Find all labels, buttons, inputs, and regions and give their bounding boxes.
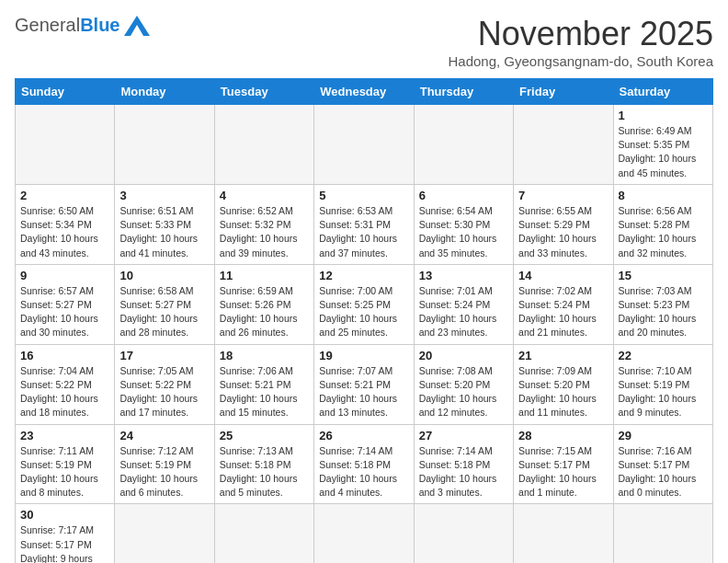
day-info: Sunrise: 6:51 AM Sunset: 5:33 PM Dayligh… [119, 204, 209, 260]
day-info: Sunrise: 6:57 AM Sunset: 5:27 PM Dayligh… [20, 284, 109, 340]
weekday-header-cell: Wednesday [314, 79, 414, 105]
calendar-day-cell: 7Sunrise: 6:55 AM Sunset: 5:29 PM Daylig… [514, 184, 613, 264]
day-info: Sunrise: 6:59 AM Sunset: 5:26 PM Dayligh… [220, 284, 309, 340]
day-info: Sunrise: 6:52 AM Sunset: 5:32 PM Dayligh… [220, 204, 309, 260]
day-number: 2 [20, 189, 109, 202]
day-info: Sunrise: 7:06 AM Sunset: 5:21 PM Dayligh… [220, 364, 309, 420]
day-number: 19 [319, 349, 408, 362]
calendar-day-cell [214, 504, 313, 563]
day-info: Sunrise: 6:58 AM Sunset: 5:27 PM Dayligh… [119, 284, 209, 340]
day-number: 13 [419, 269, 508, 282]
day-info: Sunrise: 7:10 AM Sunset: 5:19 PM Dayligh… [619, 364, 708, 420]
calendar-day-cell: 20Sunrise: 7:08 AM Sunset: 5:20 PM Dayli… [414, 344, 513, 424]
calendar-day-cell [414, 504, 513, 563]
calendar-day-cell: 23Sunrise: 7:11 AM Sunset: 5:19 PM Dayli… [16, 424, 115, 504]
day-info: Sunrise: 7:11 AM Sunset: 5:19 PM Dayligh… [20, 444, 109, 500]
calendar-day-cell: 6Sunrise: 6:54 AM Sunset: 5:30 PM Daylig… [414, 184, 513, 264]
logo-blue-text: Blue [80, 15, 119, 36]
day-number: 4 [220, 189, 309, 202]
day-number: 14 [518, 269, 608, 282]
day-info: Sunrise: 7:02 AM Sunset: 5:24 PM Dayligh… [518, 284, 608, 340]
logo: General Blue [15, 15, 150, 36]
header: General Blue November 2025 Hadong, Gyeon… [15, 15, 713, 69]
weekday-header-cell: Sunday [16, 79, 115, 105]
calendar-day-cell: 5Sunrise: 6:53 AM Sunset: 5:31 PM Daylig… [314, 184, 414, 264]
calendar-day-cell: 17Sunrise: 7:05 AM Sunset: 5:22 PM Dayli… [115, 344, 214, 424]
calendar-day-cell [514, 504, 613, 563]
calendar-day-cell: 26Sunrise: 7:14 AM Sunset: 5:18 PM Dayli… [314, 424, 414, 504]
day-number: 17 [119, 349, 209, 362]
calendar-day-cell: 13Sunrise: 7:01 AM Sunset: 5:24 PM Dayli… [414, 264, 513, 344]
location-title: Hadong, Gyeongsangnam-do, South Korea [448, 53, 713, 69]
weekday-header-cell: Friday [514, 79, 613, 105]
calendar-day-cell: 29Sunrise: 7:16 AM Sunset: 5:17 PM Dayli… [613, 424, 712, 504]
day-number: 1 [619, 109, 708, 122]
day-info: Sunrise: 7:14 AM Sunset: 5:18 PM Dayligh… [419, 444, 508, 500]
day-info: Sunrise: 7:01 AM Sunset: 5:24 PM Dayligh… [419, 284, 508, 340]
calendar-day-cell: 11Sunrise: 6:59 AM Sunset: 5:26 PM Dayli… [214, 264, 313, 344]
calendar-day-cell: 15Sunrise: 7:03 AM Sunset: 5:23 PM Dayli… [613, 264, 712, 344]
calendar-week-row: 1Sunrise: 6:49 AM Sunset: 5:35 PM Daylig… [16, 105, 713, 185]
weekday-header-cell: Saturday [613, 79, 712, 105]
calendar-body: 1Sunrise: 6:49 AM Sunset: 5:35 PM Daylig… [16, 105, 713, 564]
day-number: 18 [220, 349, 309, 362]
calendar-day-cell [613, 504, 712, 563]
calendar-day-cell: 10Sunrise: 6:58 AM Sunset: 5:27 PM Dayli… [115, 264, 214, 344]
calendar-day-cell: 8Sunrise: 6:56 AM Sunset: 5:28 PM Daylig… [613, 184, 712, 264]
day-info: Sunrise: 7:09 AM Sunset: 5:20 PM Dayligh… [518, 364, 608, 420]
calendar-day-cell: 22Sunrise: 7:10 AM Sunset: 5:19 PM Dayli… [613, 344, 712, 424]
calendar-week-row: 23Sunrise: 7:11 AM Sunset: 5:19 PM Dayli… [16, 424, 713, 504]
day-info: Sunrise: 7:12 AM Sunset: 5:19 PM Dayligh… [119, 444, 209, 500]
day-number: 9 [20, 269, 109, 282]
calendar-week-row: 30Sunrise: 7:17 AM Sunset: 5:17 PM Dayli… [16, 504, 713, 563]
calendar-day-cell: 24Sunrise: 7:12 AM Sunset: 5:19 PM Dayli… [115, 424, 214, 504]
logo-icon [124, 16, 150, 36]
day-number: 6 [419, 189, 508, 202]
day-number: 28 [518, 429, 608, 442]
day-info: Sunrise: 7:00 AM Sunset: 5:25 PM Dayligh… [319, 284, 408, 340]
calendar-day-cell: 3Sunrise: 6:51 AM Sunset: 5:33 PM Daylig… [115, 184, 214, 264]
day-number: 12 [319, 269, 408, 282]
weekday-header-cell: Tuesday [214, 79, 313, 105]
calendar-week-row: 2Sunrise: 6:50 AM Sunset: 5:34 PM Daylig… [16, 184, 713, 264]
calendar-day-cell: 4Sunrise: 6:52 AM Sunset: 5:32 PM Daylig… [214, 184, 313, 264]
day-number: 7 [518, 189, 608, 202]
calendar-day-cell: 18Sunrise: 7:06 AM Sunset: 5:21 PM Dayli… [214, 344, 313, 424]
calendar-day-cell: 25Sunrise: 7:13 AM Sunset: 5:18 PM Dayli… [214, 424, 313, 504]
day-info: Sunrise: 7:03 AM Sunset: 5:23 PM Dayligh… [619, 284, 708, 340]
day-number: 30 [20, 508, 109, 522]
calendar-week-row: 9Sunrise: 6:57 AM Sunset: 5:27 PM Daylig… [16, 264, 713, 344]
calendar-day-cell: 9Sunrise: 6:57 AM Sunset: 5:27 PM Daylig… [16, 264, 115, 344]
day-info: Sunrise: 6:56 AM Sunset: 5:28 PM Dayligh… [619, 204, 708, 260]
day-number: 20 [419, 349, 508, 362]
day-info: Sunrise: 6:49 AM Sunset: 5:35 PM Dayligh… [619, 124, 708, 180]
day-number: 23 [20, 429, 109, 442]
calendar-day-cell [214, 105, 313, 185]
calendar-table: SundayMondayTuesdayWednesdayThursdayFrid… [15, 78, 713, 563]
day-number: 10 [119, 269, 209, 282]
day-info: Sunrise: 6:50 AM Sunset: 5:34 PM Dayligh… [20, 204, 109, 260]
day-info: Sunrise: 7:07 AM Sunset: 5:21 PM Dayligh… [319, 364, 408, 420]
day-number: 15 [619, 269, 708, 282]
calendar-day-cell [115, 504, 214, 563]
calendar-day-cell [314, 105, 414, 185]
day-number: 5 [319, 189, 408, 202]
day-info: Sunrise: 6:55 AM Sunset: 5:29 PM Dayligh… [518, 204, 608, 260]
day-number: 22 [619, 349, 708, 362]
day-number: 11 [220, 269, 309, 282]
day-info: Sunrise: 6:53 AM Sunset: 5:31 PM Dayligh… [319, 204, 408, 260]
weekday-header-row: SundayMondayTuesdayWednesdayThursdayFrid… [16, 79, 713, 105]
day-number: 29 [619, 429, 708, 442]
weekday-header-cell: Thursday [414, 79, 513, 105]
day-number: 25 [220, 429, 309, 442]
day-number: 21 [518, 349, 608, 362]
calendar-day-cell: 21Sunrise: 7:09 AM Sunset: 5:20 PM Dayli… [514, 344, 613, 424]
calendar-day-cell: 16Sunrise: 7:04 AM Sunset: 5:22 PM Dayli… [16, 344, 115, 424]
day-number: 26 [319, 429, 408, 442]
month-title: November 2025 [448, 15, 713, 53]
calendar-day-cell: 30Sunrise: 7:17 AM Sunset: 5:17 PM Dayli… [16, 504, 115, 563]
logo-general-text: General [15, 15, 80, 36]
day-info: Sunrise: 7:05 AM Sunset: 5:22 PM Dayligh… [119, 364, 209, 420]
title-area: November 2025 Hadong, Gyeongsangnam-do, … [448, 15, 713, 69]
day-info: Sunrise: 6:54 AM Sunset: 5:30 PM Dayligh… [419, 204, 508, 260]
